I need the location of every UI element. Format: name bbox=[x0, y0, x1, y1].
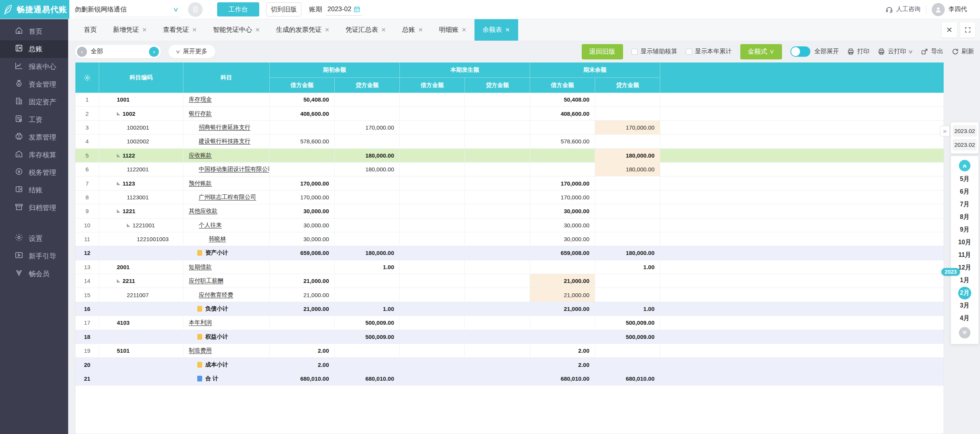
table-row[interactable]: 18权益小计500,009.00500,009.00 bbox=[75, 330, 944, 344]
sidebar-item-settings[interactable]: 设置 bbox=[0, 230, 68, 247]
close-icon[interactable]: ✕ bbox=[192, 26, 197, 33]
subject-link[interactable]: 招商银行唐延路支行 bbox=[199, 124, 250, 131]
subject-link[interactable]: 韩晓林 bbox=[209, 235, 226, 243]
period-from-input[interactable]: 2023.02 bbox=[953, 125, 977, 136]
sidebar-item-report[interactable]: 报表中心 bbox=[0, 58, 68, 76]
company-select[interactable]: 勿删新锐网络通信 ∨ bbox=[75, 2, 180, 17]
expand-triangle-icon[interactable] bbox=[127, 224, 130, 227]
tab-首页[interactable]: 首页 bbox=[76, 19, 105, 41]
table-row[interactable]: 21002银行存款408,600.00408,600.00 bbox=[75, 107, 944, 120]
sidebar-item-inventory[interactable]: 库存核算 bbox=[0, 146, 68, 164]
month-item-2月[interactable]: 2月 bbox=[951, 287, 978, 299]
user-menu[interactable]: 李四代 bbox=[932, 3, 967, 16]
table-row[interactable]: 174103本年利润500,009.00500,009.00 bbox=[75, 316, 944, 330]
chevron-right-icon[interactable]: › bbox=[149, 47, 159, 57]
subject-link[interactable]: 应付职工薪酬 bbox=[189, 277, 223, 284]
expand-triangle-icon[interactable] bbox=[117, 154, 120, 157]
sidebar-item-guide[interactable]: 新手引导 bbox=[0, 247, 68, 265]
table-row[interactable]: 195101制造费用2.002.00 bbox=[75, 344, 944, 358]
expand-triangle-icon[interactable] bbox=[117, 182, 120, 185]
close-icon[interactable]: ✕ bbox=[505, 26, 510, 33]
expand-triangle-icon[interactable] bbox=[117, 279, 120, 283]
subject-link[interactable]: 个人往来 bbox=[199, 222, 222, 229]
sidebar-item-funds[interactable]: 资金管理 bbox=[0, 76, 68, 93]
expand-triangle-icon[interactable] bbox=[117, 112, 120, 115]
tab-新增凭证[interactable]: 新增凭证✕ bbox=[105, 19, 155, 41]
close-icon[interactable]: ✕ bbox=[461, 26, 466, 33]
subject-link[interactable]: 中国移动集团设计院有限公司陕 bbox=[199, 166, 270, 173]
subject-link[interactable]: 短期借款 bbox=[189, 263, 212, 271]
subject-link[interactable]: 建设银行科技路支行 bbox=[199, 138, 250, 145]
tab-总账[interactable]: 总账✕ bbox=[394, 19, 431, 41]
sidebar-item-archive[interactable]: 归档管理 bbox=[0, 199, 68, 217]
tab-明细账[interactable]: 明细账✕ bbox=[431, 19, 474, 41]
memo-icon[interactable] bbox=[188, 2, 203, 17]
amount-style-button[interactable]: 金额式 ∨ bbox=[740, 44, 782, 59]
table-row[interactable]: 31002001招商银行唐延路支行170,000.00170,000.00 bbox=[75, 121, 944, 135]
tab-智能凭证中心[interactable]: 智能凭证中心✕ bbox=[205, 19, 268, 41]
sidebar-item-tax[interactable]: 税务管理 bbox=[0, 164, 68, 181]
tab-生成的发票凭证[interactable]: 生成的发票凭证✕ bbox=[268, 19, 338, 41]
month-item-4月[interactable]: 4月 bbox=[951, 312, 978, 325]
close-icon[interactable]: ✕ bbox=[255, 26, 260, 33]
print-button[interactable]: 打印 bbox=[847, 48, 869, 56]
table-row[interactable]: 81123001广州联志工程有限公司170,000.00170,000.00 bbox=[75, 191, 944, 204]
refresh-button[interactable]: 刷新 bbox=[952, 48, 974, 56]
table-row[interactable]: 152211007应付教育经费21,000.0021,000.00 bbox=[75, 288, 944, 302]
table-row[interactable]: 71123预付账款170,000.00170,000.00 bbox=[75, 176, 944, 190]
close-all-tabs-button[interactable]: ✕ bbox=[942, 22, 957, 38]
switch-old-version-button[interactable]: 切到旧版 bbox=[266, 2, 301, 16]
collapse-panel-button[interactable]: » bbox=[940, 126, 950, 136]
period-to-input[interactable]: 2023.02 bbox=[953, 139, 977, 150]
subject-link[interactable]: 预付账款 bbox=[189, 180, 212, 187]
sidebar-item-invoice[interactable]: 发票管理 bbox=[0, 128, 68, 146]
period-picker[interactable]: 2023-02 bbox=[326, 3, 362, 16]
table-row[interactable]: 11001库存现金50,408.0050,408.00 bbox=[75, 93, 944, 107]
fullscreen-button[interactable] bbox=[960, 22, 975, 38]
subject-link[interactable]: 制造费用 bbox=[189, 347, 212, 354]
sidebar-item-salary[interactable]: 工资 bbox=[0, 111, 68, 128]
tab-余额表[interactable]: 余额表✕ bbox=[474, 19, 518, 41]
expand-all-toggle[interactable] bbox=[790, 46, 810, 57]
table-row[interactable]: 132001短期借款1.001.00 bbox=[75, 260, 944, 274]
sidebar-item-assets[interactable]: 固定资产 bbox=[0, 93, 68, 111]
subject-link[interactable]: 应付教育经费 bbox=[199, 291, 233, 299]
expand-triangle-icon[interactable] bbox=[117, 209, 120, 213]
sidebar-item-member[interactable]: 畅会员 bbox=[0, 265, 68, 283]
month-item-7月[interactable]: 7月 bbox=[951, 198, 978, 211]
table-row[interactable]: 51122应收账款180,000.00180,000.00 bbox=[75, 149, 944, 163]
month-item-11月[interactable]: 11月 bbox=[951, 249, 978, 261]
table-row[interactable]: 61122001中国移动集团设计院有限公司陕180,000.00180,000.… bbox=[75, 163, 944, 176]
month-item-5月[interactable]: 5月 bbox=[951, 173, 978, 186]
scroll-months-down-button[interactable] bbox=[959, 327, 970, 339]
subject-link[interactable]: 库存现金 bbox=[189, 96, 212, 103]
close-icon[interactable]: ✕ bbox=[142, 26, 147, 33]
subject-link[interactable]: 应收账款 bbox=[189, 152, 212, 159]
show-auxiliary-checkbox[interactable]: 显示辅助核算 bbox=[632, 48, 677, 56]
table-row[interactable]: 142211应付职工薪酬21,000.0021,000.00 bbox=[75, 274, 944, 288]
month-item-6月[interactable]: 6月 bbox=[951, 186, 978, 198]
table-row[interactable]: 91221其他应收款30,000.0030,000.00 bbox=[75, 204, 944, 218]
column-settings-gear-icon[interactable] bbox=[75, 62, 99, 93]
table-row[interactable]: 41002002建设银行科技路支行578,600.00578,600.00 bbox=[75, 135, 944, 148]
scroll-months-up-button[interactable] bbox=[959, 160, 970, 171]
expand-more-button[interactable]: ∨ 展开更多 bbox=[169, 45, 215, 58]
sidebar-item-closing[interactable]: 结账 bbox=[0, 181, 68, 199]
workbench-button[interactable]: 工作台 bbox=[217, 2, 259, 16]
close-icon[interactable]: ✕ bbox=[325, 26, 330, 33]
table-row[interactable]: 101221001个人往来30,000.0030,000.00 bbox=[75, 219, 944, 232]
subject-link[interactable]: 广州联志工程有限公司 bbox=[199, 194, 256, 201]
month-item-8月[interactable]: 8月 bbox=[951, 211, 978, 224]
tab-查看凭证[interactable]: 查看凭证✕ bbox=[155, 19, 205, 41]
export-button[interactable]: 导出 bbox=[921, 48, 943, 56]
sidebar-item-home[interactable]: 首页 bbox=[0, 23, 68, 40]
subject-link[interactable]: 银行存款 bbox=[189, 110, 212, 117]
close-icon[interactable]: ✕ bbox=[381, 26, 386, 33]
month-item-1月[interactable]: 1月 bbox=[951, 274, 978, 287]
table-row[interactable]: 21合 计680,010.00680,010.00680,010.00680,0… bbox=[75, 372, 944, 386]
table-row[interactable]: 12资产小计659,008.00180,000.00659,008.00180,… bbox=[75, 246, 944, 260]
sidebar-item-ledger[interactable]: 总账 bbox=[0, 40, 68, 58]
table-row[interactable]: 20成本小计2.002.00 bbox=[75, 358, 944, 372]
chevron-left-icon[interactable]: ‹ bbox=[77, 47, 87, 57]
month-item-10月[interactable]: 10月 bbox=[951, 236, 978, 249]
